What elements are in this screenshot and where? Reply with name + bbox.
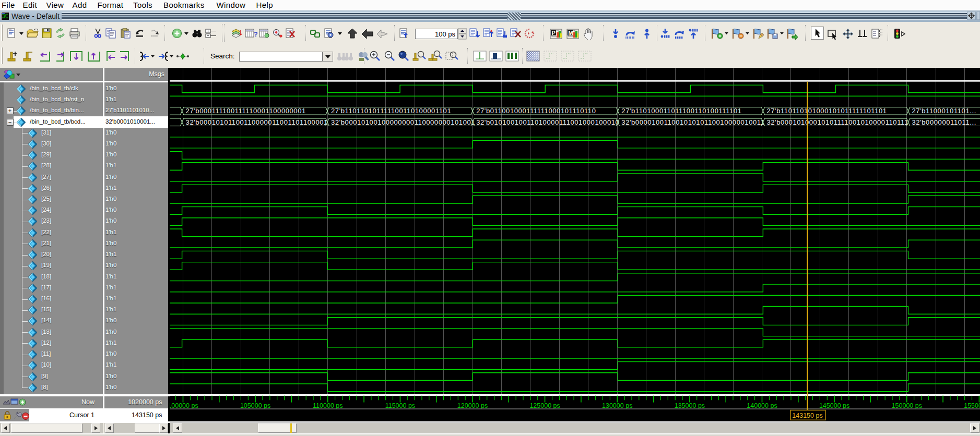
- svg-text:27'b11011010111110011010000110: 27'b110110101111100110100001101: [331, 107, 451, 115]
- svg-text:32'b00010100010101111001010000: 32'b00010100010101111001010000110111: [766, 118, 908, 126]
- svg-text:27'b11011010100010101111110110: 27'b110110101000101011111101101: [766, 107, 887, 115]
- svg-text:27'b11000101101...: 27'b11000101101...: [912, 107, 976, 115]
- svg-text:120000 ps: 120000 ps: [457, 402, 488, 409]
- svg-text:100000 ps: 100000 ps: [170, 402, 198, 409]
- svg-text:27'b01100100011111100010111011: 27'b011001000111111000101110110: [476, 107, 596, 115]
- svg-text:32'b00010101100110000011001101: 32'b00010101100110000011001101100001: [186, 118, 328, 126]
- svg-text:155000 ps: 155000 ps: [964, 402, 980, 409]
- svg-text:32'b00010100100000000110000000: 32'b00010100100000000110000000101001: [331, 118, 475, 126]
- svg-text:105000 ps: 105000 ps: [240, 402, 270, 409]
- svg-text:140000 ps: 140000 ps: [747, 402, 777, 409]
- svg-text:110000 ps: 110000 ps: [313, 402, 343, 409]
- svg-text:?: ?: [254, 30, 257, 38]
- svg-text:32'b00001001100101010110010000: 32'b00001001100101010110010000010011: [621, 118, 764, 126]
- svg-text:130000 ps: 130000 ps: [602, 402, 632, 409]
- svg-text:145000 ps: 145000 ps: [819, 402, 849, 409]
- svg-text:32'b01010010011010000111001000: 32'b01010010011010000111001000100010: [476, 118, 619, 126]
- svg-text:135000 ps: 135000 ps: [675, 402, 705, 409]
- svg-text:32'b00000011011...: 32'b00000011011...: [912, 118, 976, 126]
- svg-text:27'b00011110011111000110000000: 27'b000111100111110001100000001: [186, 107, 306, 115]
- svg-text:150000 ps: 150000 ps: [892, 402, 922, 409]
- svg-text:P: P: [552, 30, 556, 36]
- svg-text:143150 ps: 143150 ps: [792, 412, 822, 419]
- svg-text:125000 ps: 125000 ps: [529, 402, 560, 409]
- svg-text:27'b11010001101110011010011110: 27'b110100011011100110100111101: [621, 107, 741, 115]
- svg-text:115000 ps: 115000 ps: [385, 402, 415, 409]
- svg-text:M: M: [569, 30, 573, 36]
